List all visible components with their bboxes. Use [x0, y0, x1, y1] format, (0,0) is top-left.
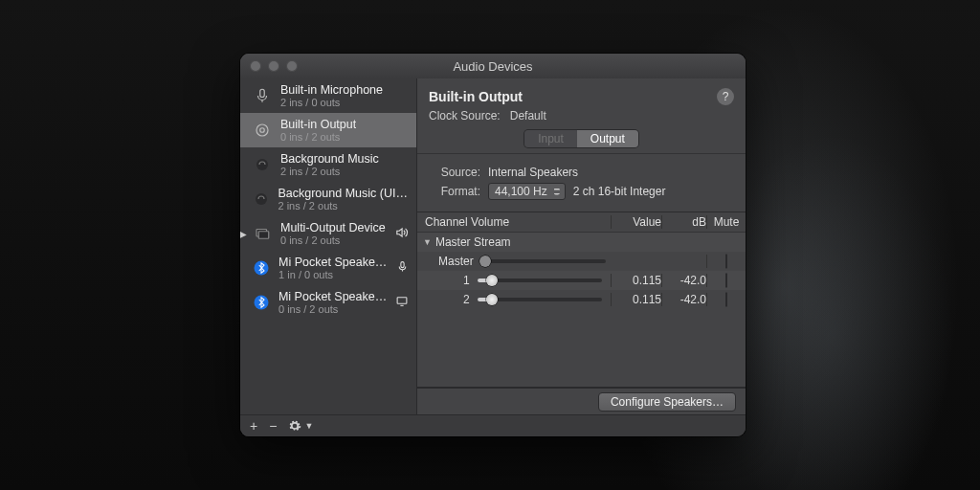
channel-db: -42.0 [661, 293, 706, 306]
device-row-mi-speaker-1[interactable]: Mi Pocket Speaker 2 1 1 in / 0 outs [240, 251, 416, 285]
window-title: Audio Devices [453, 59, 532, 74]
device-io: 0 ins / 2 outs [280, 131, 356, 143]
sample-rate-popup[interactable]: 44,100 Hz [488, 183, 566, 200]
svg-point-1 [256, 124, 268, 136]
svg-point-4 [256, 193, 267, 205]
device-io: 1 in / 0 outs [278, 269, 389, 280]
channel-slider[interactable] [478, 278, 602, 282]
col-value[interactable]: Value [611, 215, 661, 229]
col-mute[interactable]: Mute [706, 215, 746, 229]
col-db[interactable]: dB [661, 215, 706, 229]
channel-db: -42.0 [661, 274, 706, 287]
master-label: Master [438, 255, 474, 268]
svg-rect-10 [397, 298, 407, 304]
output-tab[interactable]: Output [577, 130, 638, 147]
mute-checkbox[interactable] [725, 254, 727, 269]
mute-checkbox[interactable] [725, 292, 727, 307]
disclosure-triangle-icon[interactable]: ▼ [423, 237, 432, 247]
format-description: 2 ch 16-bit Integer [573, 185, 666, 198]
aggregate-icon [252, 154, 273, 175]
display-icon[interactable] [395, 295, 409, 310]
volume-icon[interactable] [394, 226, 409, 242]
multi-output-icon [252, 223, 273, 244]
master-row[interactable]: Master [417, 252, 746, 271]
aggregate-icon [252, 189, 270, 210]
close-button[interactable] [250, 60, 261, 72]
clock-source-label: Clock Source: [429, 109, 501, 122]
configure-speakers-button[interactable]: Configure Speakers… [598, 392, 736, 412]
svg-rect-8 [401, 262, 404, 268]
device-io: 2 ins / 0 outs [280, 97, 383, 108]
minimize-button[interactable] [268, 60, 279, 72]
traffic-lights [250, 60, 298, 72]
input-device-icon[interactable] [396, 260, 409, 276]
audio-devices-window: Audio Devices Built-in Microphone 2 ins … [240, 54, 746, 436]
svg-point-3 [256, 159, 268, 170]
mute-checkbox[interactable] [725, 273, 727, 288]
device-row-mi-speaker-2[interactable]: Mi Pocket Speaker 2 2 0 ins / 2 outs [240, 285, 416, 320]
channel-label: 2 [463, 293, 470, 306]
detail-title: Built-in Output [429, 89, 523, 104]
group-name: Master Stream [435, 235, 511, 249]
device-row-multi-output[interactable]: ▶ Multi-Output Device 0 ins / 2 outs [240, 216, 416, 251]
device-row-bg-music-ui[interactable]: Background Music (UI So… 2 ins / 2 outs [240, 182, 416, 216]
remove-device-button[interactable]: − [269, 418, 277, 434]
device-io: 2 ins / 2 outs [278, 200, 409, 212]
device-row-builtin-output[interactable]: Built-in Output 0 ins / 2 outs [240, 113, 416, 147]
device-name: Built-in Microphone [280, 83, 383, 97]
speaker-icon [252, 120, 273, 141]
group-row[interactable]: ▼Master Stream [417, 233, 746, 252]
device-detail-pane: Built-in Output ? Clock Source: Default … [417, 78, 746, 415]
device-io: 0 ins / 2 outs [280, 234, 386, 246]
device-io: 2 ins / 2 outs [280, 166, 379, 177]
col-name[interactable]: Channel Volume [417, 215, 611, 229]
device-name: Background Music (UI So… [278, 187, 409, 200]
channel-row[interactable]: 1 0.115 -42.0 [417, 271, 746, 290]
gear-icon [288, 419, 301, 433]
svg-point-2 [260, 128, 265, 133]
channel-label: 1 [463, 274, 470, 287]
device-io: 0 ins / 2 outs [278, 303, 388, 315]
format-label: Format: [429, 185, 480, 198]
device-name: Built-in Output [280, 118, 356, 131]
bluetooth-icon [252, 257, 271, 278]
playing-indicator-icon: ▶ [240, 229, 247, 239]
help-button[interactable]: ? [717, 88, 734, 105]
io-tab-segmented: Input Output [524, 130, 638, 147]
channel-value: 0.115 [611, 293, 661, 306]
master-slider [481, 259, 606, 263]
zoom-button[interactable] [286, 60, 298, 72]
channel-volume-table: Channel Volume Value dB Mute ▼Master Str… [417, 212, 746, 388]
bluetooth-icon [252, 292, 271, 313]
channel-slider[interactable] [478, 298, 602, 301]
input-tab[interactable]: Input [524, 130, 577, 147]
device-name: Multi-Output Device [280, 221, 386, 234]
titlebar[interactable]: Audio Devices [240, 54, 746, 79]
source-label: Source: [429, 166, 480, 179]
device-name: Mi Pocket Speaker 2 1 [278, 256, 389, 269]
add-device-button[interactable]: + [250, 418, 257, 434]
device-sidebar: Built-in Microphone 2 ins / 0 outs Built… [240, 78, 417, 415]
channel-row[interactable]: 2 0.115 -42.0 [417, 290, 746, 309]
actions-menu[interactable]: ▼ [288, 419, 313, 433]
channel-value: 0.115 [611, 274, 661, 287]
microphone-icon [252, 85, 273, 106]
device-name: Mi Pocket Speaker 2 2 [278, 290, 388, 303]
source-value: Internal Speakers [488, 166, 578, 179]
clock-source-value: Default [510, 109, 546, 122]
sidebar-toolbar: + − ▼ [240, 414, 746, 436]
svg-rect-0 [260, 89, 265, 97]
device-name: Background Music [280, 152, 379, 166]
svg-rect-6 [258, 232, 269, 239]
chevron-down-icon: ▼ [304, 421, 313, 431]
device-row-builtin-mic[interactable]: Built-in Microphone 2 ins / 0 outs [240, 78, 416, 113]
device-row-bg-music[interactable]: Background Music 2 ins / 2 outs [240, 147, 416, 182]
